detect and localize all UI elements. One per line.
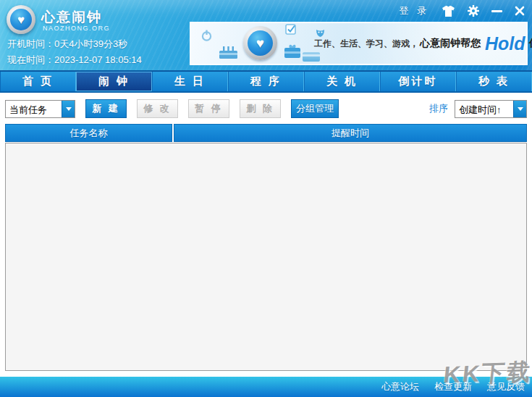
tab-alarm[interactable]: 闹 钟 — [76, 72, 152, 91]
banner-slogan: 工作、生活、学习、游戏， 心意闹钟帮您 Hold 住! — [314, 23, 525, 64]
power-icon — [200, 30, 213, 45]
title-bar: ♥ 心意闹钟 NAOZHONG.ORG 登 录 — [0, 0, 532, 70]
close-icon[interactable] — [515, 6, 525, 16]
slogan-hold: Hold — [485, 33, 525, 54]
boot-time-label: 开机时间： — [7, 38, 54, 49]
boot-time-value: 0天4小时39分3秒 — [54, 38, 127, 49]
slogan-bold: 心意闹钟帮您 — [420, 37, 481, 50]
app-logo-icon: ♥ — [7, 5, 35, 34]
kk-download-watermark: KK下载 — [442, 356, 532, 391]
task-list-area — [5, 143, 527, 371]
banner-heart-clock-icon: ♥ — [243, 26, 277, 60]
sort-dropdown[interactable]: 创建时间↑ — [455, 100, 527, 118]
group-manage-button[interactable]: 分组管理 — [291, 99, 339, 118]
skin-shirt-icon[interactable] — [442, 6, 455, 17]
main-tabbar: 首 页 闹 钟 生 日 程 序 关 机 倒计时 秒 表 — [0, 70, 532, 93]
checkbox-icon — [285, 24, 297, 38]
current-time-label: 现在时间： — [7, 54, 54, 65]
column-header-remind-time: 提醒时间 — [174, 124, 527, 142]
app-window: ♥ 心意闹钟 NAOZHONG.ORG 登 录 — [0, 0, 532, 397]
task-filter-value: 当前任务 — [6, 101, 62, 117]
chevron-down-icon[interactable] — [513, 101, 526, 117]
tab-shutdown[interactable]: 关 机 — [304, 72, 380, 91]
sort-area: 排序 创建时间↑ — [429, 100, 527, 118]
task-table-header: 任务名称 提醒时间 — [5, 124, 527, 142]
tab-program[interactable]: 程 序 — [228, 72, 304, 91]
sort-label: 排序 — [429, 102, 448, 115]
slogan-prefix: 工作、生活、学习、游戏， — [314, 38, 418, 50]
settings-gear-icon[interactable] — [468, 5, 479, 17]
tab-birthday[interactable]: 生 日 — [152, 72, 228, 91]
task-filter-dropdown[interactable]: 当前任务 — [5, 100, 75, 118]
tab-home[interactable]: 首 页 — [0, 72, 76, 91]
current-time: 现在时间：2023-12-07 18:05:14 — [7, 54, 142, 67]
tab-stopwatch[interactable]: 秒 表 — [456, 72, 532, 91]
delete-task-button: 删 除 — [240, 99, 281, 118]
column-header-task-name: 任务名称 — [5, 124, 172, 142]
window-controls: 登 录 — [399, 3, 525, 19]
minimize-icon[interactable] — [491, 10, 502, 12]
toolbar: 当前任务 新 建 修 改 暂 停 删 除 分组管理 排序 创建时间↑ — [5, 99, 527, 118]
pause-task-button: 暂 停 — [188, 99, 229, 118]
new-task-button[interactable]: 新 建 — [85, 99, 127, 118]
app-subtitle: NAOZHONG.ORG — [43, 25, 110, 32]
current-time-value: 2023-12-07 18:05:14 — [54, 54, 142, 65]
sort-value: 创建时间↑ — [455, 101, 513, 117]
chevron-down-icon[interactable] — [62, 101, 75, 117]
login-button[interactable]: 登 录 — [399, 4, 429, 17]
alarm-page: 当前任务 新 建 修 改 暂 停 删 除 分组管理 排序 创建时间↑ 任务名称 … — [0, 93, 532, 377]
boot-time: 开机时间：0天4小时39分3秒 — [7, 38, 127, 51]
cake-icon — [219, 44, 238, 62]
tab-countdown[interactable]: 倒计时 — [380, 72, 456, 91]
forum-link[interactable]: 心意论坛 — [381, 380, 419, 393]
heart-clock-icon: ♥ — [10, 9, 32, 30]
gift-box-icon — [283, 43, 302, 62]
modify-task-button: 修 改 — [137, 99, 178, 118]
slogan-suffix: 住! — [529, 37, 532, 50]
promo-banner[interactable]: ♥ 工作、生活、学习、游戏， 心意闹钟帮您 Hold 住! — [190, 22, 528, 65]
